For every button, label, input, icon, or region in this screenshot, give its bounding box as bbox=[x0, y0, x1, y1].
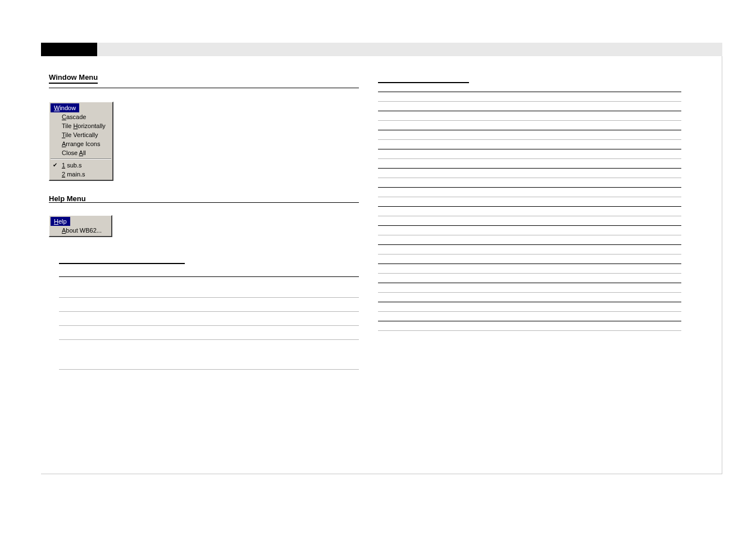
content-frame: Window Menu Window Cascade Tile Horizont… bbox=[41, 56, 722, 474]
right-column bbox=[378, 73, 681, 352]
menu-item-window-2[interactable]: 2 main.s bbox=[49, 170, 112, 179]
help-menu-title[interactable]: Help bbox=[51, 217, 70, 226]
open-windows-section bbox=[378, 73, 681, 340]
menu-item-cascade[interactable]: Cascade bbox=[49, 112, 112, 121]
menu-separator bbox=[51, 158, 111, 160]
about-description bbox=[59, 254, 359, 370]
help-menu: Help About WB62... bbox=[49, 215, 112, 237]
window-menu: Window Cascade Tile Horizontally Tile Ve… bbox=[49, 102, 113, 181]
menu-item-arrange-icons[interactable]: Arrange Icons bbox=[49, 139, 112, 148]
window-menu-title[interactable]: Window bbox=[51, 103, 79, 112]
left-column: Window Menu Window Cascade Tile Horizont… bbox=[49, 73, 359, 382]
menu-item-about[interactable]: About WB62... bbox=[49, 226, 111, 235]
menu-item-tile-vertically[interactable]: Tile Vertically bbox=[49, 130, 112, 139]
right-footer bbox=[378, 333, 681, 340]
window-menu-section: Window Menu Window Cascade Tile Horizont… bbox=[49, 73, 359, 181]
menu-item-tile-horizontally[interactable]: Tile Horizontally bbox=[49, 121, 112, 130]
menu-item-close-all[interactable]: Close All bbox=[49, 148, 112, 157]
check-icon: ✔ bbox=[53, 162, 57, 168]
help-menu-section: Help Menu Help About WB62... bbox=[49, 193, 359, 237]
menu-item-window-1[interactable]: ✔1 sub.s bbox=[49, 161, 112, 170]
tab-bar bbox=[41, 43, 722, 56]
active-tab[interactable] bbox=[41, 43, 97, 56]
help-menu-heading: Help Menu bbox=[49, 194, 86, 204]
